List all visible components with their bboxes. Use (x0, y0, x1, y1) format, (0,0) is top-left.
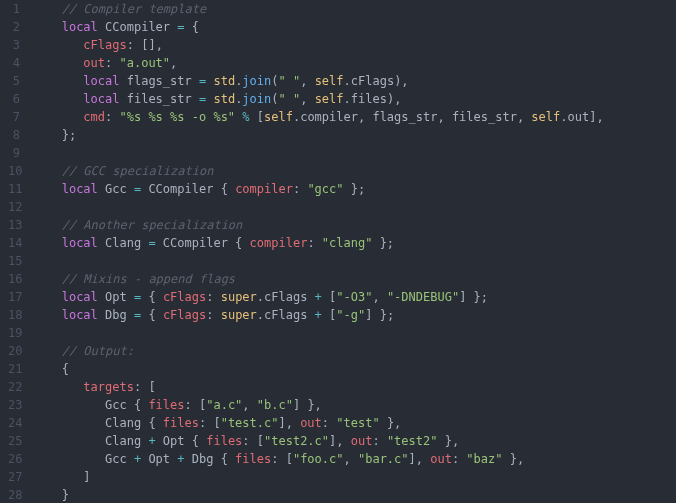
token: "b.c" (257, 398, 293, 412)
token: "-DNDEBUG" (387, 290, 459, 304)
token: ] (409, 452, 416, 466)
token: "gcc" (307, 182, 343, 196)
token: super (221, 308, 257, 322)
token: }; (351, 182, 365, 196)
token: { (192, 434, 199, 448)
line-number: 7 (8, 108, 20, 126)
code-line: Clang { files: ["test.c"], out: "test" }… (40, 414, 604, 432)
token: : (271, 452, 285, 466)
token: : (105, 56, 119, 70)
token: , (300, 92, 314, 106)
token: std (213, 74, 235, 88)
token: , (242, 398, 256, 412)
token (156, 290, 163, 304)
code-line: ] (40, 468, 604, 486)
token: { (221, 452, 228, 466)
token: : (206, 308, 220, 322)
code-line: // GCC specialization (40, 162, 604, 180)
token (40, 470, 83, 484)
line-number: 28 (8, 486, 20, 503)
code-line: local Gcc = CCompiler { compiler: "gcc" … (40, 180, 604, 198)
line-number: 8 (8, 126, 20, 144)
token: // Compiler template (62, 2, 207, 16)
token: : (293, 182, 307, 196)
line-number: 26 (8, 450, 20, 468)
token: [ (286, 452, 293, 466)
token: .compiler, flags_str, files_str, (293, 110, 531, 124)
token: local (62, 236, 98, 250)
token: // Output: (62, 344, 134, 358)
line-number: 17 (8, 288, 20, 306)
token: [] (141, 38, 155, 52)
token: "baz" (466, 452, 502, 466)
token: : (452, 452, 466, 466)
token: Dbg (185, 452, 221, 466)
token: } (62, 488, 69, 502)
token (156, 416, 163, 430)
line-number: 19 (8, 324, 20, 342)
code-line: }; (40, 126, 604, 144)
code-line: local Dbg = { cFlags: super.cFlags + ["-… (40, 306, 604, 324)
token: : (206, 290, 220, 304)
token: ), (387, 92, 401, 106)
token (40, 380, 83, 394)
token: join (242, 92, 271, 106)
token: Dbg (98, 308, 134, 322)
code-line: local files_str = std.join(" ", self.fil… (40, 90, 604, 108)
token (40, 488, 62, 502)
code-line: out: "a.out", (40, 54, 604, 72)
token: Gcc (40, 398, 134, 412)
code-content[interactable]: // Compiler template local CCompiler = {… (32, 0, 604, 503)
line-number: 6 (8, 90, 20, 108)
token: , (156, 38, 163, 52)
code-line: // Another specialization (40, 216, 604, 234)
token: Gcc (40, 452, 134, 466)
token: local (62, 20, 98, 34)
code-line (40, 252, 604, 270)
token: "-g" (336, 308, 365, 322)
token (40, 20, 62, 34)
token: ] (278, 416, 285, 430)
token: CCompiler (156, 236, 235, 250)
token: , (300, 74, 314, 88)
token: out (300, 416, 322, 430)
code-line: // Output: (40, 342, 604, 360)
code-line: local CCompiler = { (40, 18, 604, 36)
token (322, 290, 329, 304)
code-line: local flags_str = std.join(" ", self.cFl… (40, 72, 604, 90)
line-number: 24 (8, 414, 20, 432)
token (40, 92, 83, 106)
token: [ (148, 380, 155, 394)
token: out (351, 434, 373, 448)
token: }; (380, 236, 394, 250)
code-line (40, 144, 604, 162)
token: // GCC specialization (62, 164, 214, 178)
line-number: 10 (8, 162, 20, 180)
token: = (148, 236, 155, 250)
token: : (127, 38, 141, 52)
token: }; (62, 128, 76, 142)
token: "clang" (322, 236, 373, 250)
token (156, 308, 163, 322)
token: cmd (83, 110, 105, 124)
token: }, (510, 452, 524, 466)
token: CCompiler (141, 182, 220, 196)
token (250, 110, 257, 124)
token: files_str (119, 92, 198, 106)
token (502, 452, 509, 466)
token (372, 308, 379, 322)
token: { (148, 416, 155, 430)
token (40, 74, 83, 88)
token: "foo.c" (293, 452, 344, 466)
token: + (315, 290, 322, 304)
token: local (62, 290, 98, 304)
token: self (531, 110, 560, 124)
code-line: local Clang = CCompiler { compiler: "cla… (40, 234, 604, 252)
token: Opt (98, 290, 134, 304)
token: self (315, 74, 344, 88)
token: + (315, 308, 322, 322)
token: // Another specialization (62, 218, 243, 232)
code-line: cmd: "%s %s %s -o %s" % [self.compiler, … (40, 108, 604, 126)
code-line: // Mixins - append flags (40, 270, 604, 288)
token: , (344, 452, 358, 466)
